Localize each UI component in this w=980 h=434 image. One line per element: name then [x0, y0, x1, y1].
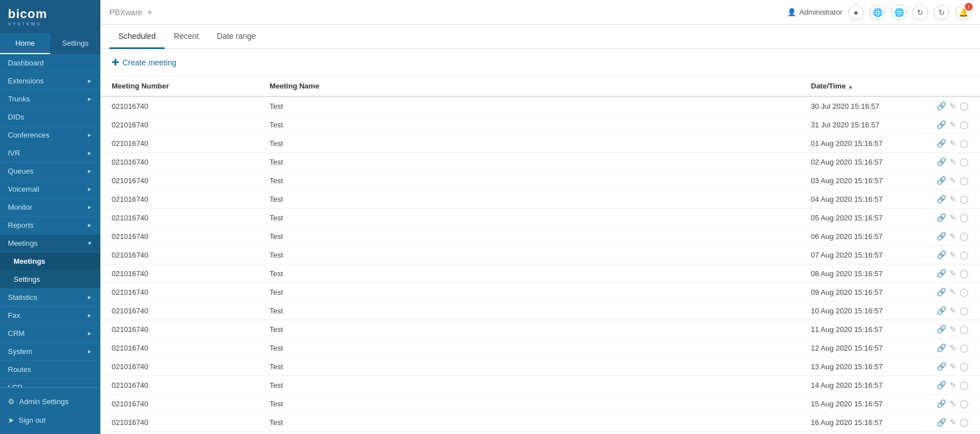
row-edit-icon[interactable]: ✎ [950, 250, 956, 259]
row-link-icon[interactable]: 🔗 [937, 250, 946, 259]
sidebar-item-trunks[interactable]: Trunks ► [0, 90, 100, 108]
row-edit-icon[interactable]: ✎ [950, 194, 956, 203]
language-icon-btn[interactable]: 🌐 [891, 5, 907, 20]
sidebar-item-crm[interactable]: CRM ► [0, 325, 100, 343]
refresh2-icon-btn[interactable]: ↻ [934, 5, 950, 20]
col-datetime-label: Date/Time [811, 82, 846, 90]
row-link-icon[interactable]: 🔗 [937, 362, 946, 371]
table-row: 021016740 Test 07 Aug 2020 15:16:57 🔗 ✎ … [100, 246, 980, 264]
row-delete-icon[interactable]: ◯ [960, 269, 969, 278]
tab-date-range[interactable]: Date range [208, 25, 265, 49]
row-link-icon[interactable]: 🔗 [937, 101, 946, 110]
row-delete-icon[interactable]: ◯ [960, 399, 969, 408]
row-edit-icon[interactable]: ✎ [950, 101, 956, 110]
row-link-icon[interactable]: 🔗 [937, 157, 946, 166]
row-delete-icon[interactable]: ◯ [960, 343, 969, 352]
row-link-icon[interactable]: 🔗 [937, 380, 946, 389]
row-edit-icon[interactable]: ✎ [950, 343, 956, 352]
row-delete-icon[interactable]: ◯ [960, 139, 969, 148]
chevron-right-icon: ► [87, 222, 92, 228]
row-link-icon[interactable]: 🔗 [937, 325, 946, 334]
sidebar-item-queues[interactable]: Queues ► [0, 162, 100, 180]
user-menu[interactable]: 👤 Administrator [787, 8, 842, 16]
sidebar-item-system[interactable]: System ► [0, 343, 100, 361]
row-delete-icon[interactable]: ◯ [960, 325, 969, 334]
col-header-number[interactable]: Meeting Number [100, 76, 258, 96]
row-edit-icon[interactable]: ✎ [950, 176, 956, 185]
sidebar-item-ivr[interactable]: IVR ► [0, 144, 100, 162]
row-edit-icon[interactable]: ✎ [950, 269, 956, 278]
row-edit-icon[interactable]: ✎ [950, 306, 956, 315]
row-link-icon[interactable]: 🔗 [937, 139, 946, 148]
row-edit-icon[interactable]: ✎ [950, 325, 956, 334]
row-link-icon[interactable]: 🔗 [937, 176, 946, 185]
clock-icon-btn[interactable]: ● [848, 5, 864, 20]
row-link-icon[interactable]: 🔗 [937, 343, 946, 352]
row-delete-icon[interactable]: ◯ [960, 287, 969, 296]
sidebar-item-meetings-settings[interactable]: Settings [0, 271, 100, 289]
sidebar-item-conferences[interactable]: Conferences ► [0, 126, 100, 144]
row-delete-icon[interactable]: ◯ [960, 418, 969, 427]
sidebar-item-lcr[interactable]: LCR [0, 379, 100, 387]
sidebar-item-meetings-sub[interactable]: Meetings [0, 253, 100, 271]
row-edit-icon[interactable]: ✎ [950, 157, 956, 166]
row-link-icon[interactable]: 🔗 [937, 269, 946, 278]
sidebar-item-monitor[interactable]: Monitor ► [0, 198, 100, 216]
row-link-icon[interactable]: 🔗 [937, 232, 946, 241]
sidebar-item-fax[interactable]: Fax ► [0, 307, 100, 325]
sidebar-item-routes[interactable]: Routes [0, 361, 100, 379]
sidebar-item-dashboard[interactable]: Dashboard [0, 54, 100, 72]
row-link-icon[interactable]: 🔗 [937, 399, 946, 408]
sidebar-item-reports[interactable]: Reports ► [0, 216, 100, 234]
row-link-icon[interactable]: 🔗 [937, 306, 946, 315]
sidebar-tab-home[interactable]: Home [0, 33, 50, 54]
row-link-icon[interactable]: 🔗 [937, 418, 946, 427]
row-edit-icon[interactable]: ✎ [950, 418, 956, 427]
row-edit-icon[interactable]: ✎ [950, 213, 956, 222]
sidebar-item-label: Meetings [14, 257, 45, 265]
sidebar-item-extensions[interactable]: Extensions ► [0, 72, 100, 90]
sidebar-item-dids[interactable]: DIDs [0, 108, 100, 126]
row-delete-icon[interactable]: ◯ [960, 176, 969, 185]
row-edit-icon[interactable]: ✎ [950, 120, 956, 129]
tab-recent[interactable]: Recent [165, 25, 208, 49]
row-edit-icon[interactable]: ✎ [950, 139, 956, 148]
row-link-icon[interactable]: 🔗 [937, 120, 946, 129]
row-delete-icon[interactable]: ◯ [960, 232, 969, 241]
admin-settings-button[interactable]: ⚙ Admin Settings [0, 392, 100, 411]
row-delete-icon[interactable]: ◯ [960, 120, 969, 129]
row-delete-icon[interactable]: ◯ [960, 157, 969, 166]
refresh-icon-btn[interactable]: ↻ [912, 5, 928, 20]
row-delete-icon[interactable]: ◯ [960, 194, 969, 203]
row-delete-icon[interactable]: ◯ [960, 250, 969, 259]
row-delete-icon[interactable]: ◯ [960, 380, 969, 389]
row-edit-icon[interactable]: ✎ [950, 399, 956, 408]
row-edit-icon[interactable]: ✎ [950, 380, 956, 389]
col-header-datetime[interactable]: Date/Time ▲ [800, 76, 924, 96]
sidebar-tab-settings[interactable]: Settings [50, 33, 100, 54]
sidebar-item-meetings[interactable]: Meetings ▼ [0, 234, 100, 253]
row-delete-icon[interactable]: ◯ [960, 213, 969, 222]
row-edit-icon[interactable]: ✎ [950, 232, 956, 241]
row-delete-icon[interactable]: ◯ [960, 362, 969, 371]
row-edit-icon[interactable]: ✎ [950, 287, 956, 296]
sign-out-button[interactable]: ➤ Sign out [0, 411, 100, 429]
cell-meeting-number: 021016740 [100, 283, 258, 302]
globe-icon-btn[interactable]: 🌐 [869, 5, 885, 20]
sign-out-label: Sign out [19, 416, 46, 424]
row-delete-icon[interactable]: ◯ [960, 101, 969, 110]
create-meeting-button[interactable]: ✚ Create meeting [112, 57, 969, 68]
table-row: 021016740 Test 04 Aug 2020 15:16:57 🔗 ✎ … [100, 190, 980, 209]
row-link-icon[interactable]: 🔗 [937, 213, 946, 222]
sidebar-item-statistics[interactable]: Statistics ► [0, 289, 100, 307]
col-header-name[interactable]: Meeting Name [258, 76, 800, 96]
row-delete-icon[interactable]: ◯ [960, 306, 969, 315]
sidebar-item-voicemail[interactable]: Voicemail ► [0, 180, 100, 198]
row-edit-icon[interactable]: ✎ [950, 362, 956, 371]
topbar-dropdown-arrow[interactable]: ▼ [147, 9, 153, 16]
tab-scheduled[interactable]: Scheduled [109, 25, 165, 49]
row-link-icon[interactable]: 🔗 [937, 194, 946, 203]
row-link-icon[interactable]: 🔗 [937, 287, 946, 296]
cell-meeting-name: Test [258, 413, 800, 432]
notification-icon-btn[interactable]: 🔔 1 [955, 5, 971, 20]
